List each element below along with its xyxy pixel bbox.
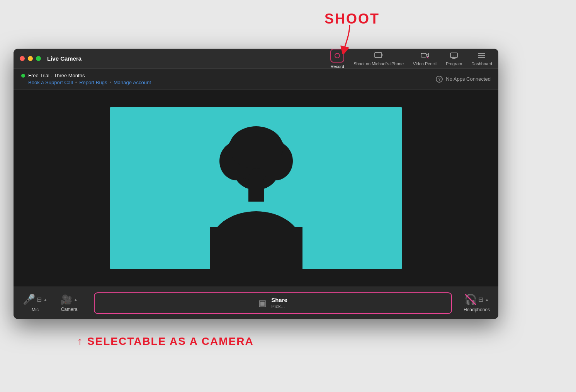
separator-1: • [75, 80, 77, 85]
program-button[interactable]: Program [446, 51, 462, 66]
mic-control[interactable]: 🎤 ⊟ ▲ Mic [20, 294, 51, 312]
app-window: Live Camera ▾ Record [14, 49, 498, 319]
mic-icon-row: 🎤 ⊟ ▲ [23, 294, 48, 305]
headphones-slash-icon [464, 294, 477, 305]
trial-title-row: Free Trial - Three Months [21, 73, 151, 78]
record-label: Record [330, 64, 344, 69]
no-apps-label: No Apps Connected [446, 76, 491, 82]
camera-label: Camera [61, 307, 78, 312]
status-dot [21, 74, 25, 78]
manage-account-link[interactable]: Manage Account [114, 80, 151, 85]
mic-levels-icon: ⊟ [37, 296, 42, 303]
program-label: Program [446, 61, 462, 66]
mic-label: Mic [32, 307, 39, 312]
bottom-bar: 🎤 ⊟ ▲ Mic 🎥 ▲ Camera ▣ Share Pick... [14, 287, 498, 319]
video-pencil-icon [420, 51, 430, 60]
headphones-control[interactable]: 🎧 ⊟ ▲ Headphones [461, 294, 492, 312]
selectable-annotation: ↑ SELECTABLE AS A CAMERA [77, 335, 254, 348]
svg-rect-2 [421, 53, 426, 57]
book-support-link[interactable]: Book a Support Call [28, 80, 73, 85]
question-icon: ? [436, 76, 443, 83]
info-bar: Free Trial - Three Months Book a Support… [14, 69, 498, 90]
dashboard-button[interactable]: Dashboard [471, 51, 492, 66]
dashboard-label: Dashboard [471, 61, 492, 66]
shoot-iphone-icon [373, 51, 384, 60]
trial-links: Book a Support Call • Report Bugs • Mana… [28, 80, 151, 85]
separator-2: • [109, 80, 111, 85]
report-bugs-link[interactable]: Report Bugs [79, 80, 107, 85]
headphones-levels-icon: ⊟ [478, 296, 483, 303]
app-title: Live Camera [47, 55, 82, 62]
svg-rect-1 [382, 54, 382, 56]
mic-chevron-icon[interactable]: ▲ [43, 297, 48, 302]
svg-rect-13 [248, 186, 264, 202]
headphones-chevron-icon[interactable]: ▲ [485, 297, 489, 302]
camera-view [14, 90, 498, 287]
share-window-icon: ▣ [258, 298, 267, 308]
selectable-text: ↑ SELECTABLE AS A CAMERA [77, 335, 254, 347]
trial-info: Free Trial - Three Months Book a Support… [21, 73, 151, 85]
share-content: Share Pick... [271, 297, 287, 309]
camera-icon-row: 🎥 ▲ [61, 294, 78, 305]
record-button[interactable]: ▾ Record [330, 49, 344, 69]
svg-line-3 [427, 57, 428, 58]
record-icon-button[interactable] [330, 49, 344, 63]
mic-icon: 🎤 [23, 294, 35, 305]
svg-rect-15 [210, 227, 302, 269]
record-circle-icon [335, 53, 340, 58]
minimize-button[interactable] [28, 56, 33, 61]
svg-line-16 [466, 295, 476, 304]
shoot-annotation: SHOOT [325, 11, 380, 27]
svg-rect-0 [375, 53, 382, 58]
shoot-iphone-label: Shoot on Michael's iPhone [353, 61, 404, 66]
headphones-icon-wrap: 🎧 [464, 294, 477, 305]
svg-rect-4 [450, 53, 457, 58]
headphones-icon-row: 🎧 ⊟ ▲ [464, 294, 489, 305]
traffic-lights [20, 56, 41, 61]
fullscreen-button[interactable] [36, 56, 41, 61]
title-bar: Live Camera ▾ Record [14, 49, 498, 69]
share-button[interactable]: ▣ Share Pick... [94, 292, 452, 314]
close-button[interactable] [20, 56, 25, 61]
no-apps-connected: ? No Apps Connected [436, 76, 491, 83]
share-title: Share [271, 297, 287, 303]
trial-title-text: Free Trial - Three Months [28, 73, 85, 78]
headphones-label: Headphones [464, 307, 490, 312]
share-sub: Pick... [271, 304, 285, 309]
video-pencil-label: Video Pencil [413, 61, 437, 66]
video-pencil-button[interactable]: Video Pencil [413, 51, 437, 66]
dashboard-icon [476, 51, 487, 60]
person-silhouette [194, 119, 318, 269]
camera-control[interactable]: 🎥 ▲ Camera [54, 294, 85, 312]
toolbar: ▾ Record Shoot on Michael's iPhone [330, 49, 492, 69]
camera-feed [110, 107, 402, 269]
shoot-iphone-button[interactable]: Shoot on Michael's iPhone [353, 51, 404, 66]
program-icon [449, 51, 459, 60]
camera-icon: 🎥 [61, 294, 72, 305]
camera-chevron-icon[interactable]: ▲ [74, 297, 78, 302]
svg-point-12 [229, 126, 283, 169]
